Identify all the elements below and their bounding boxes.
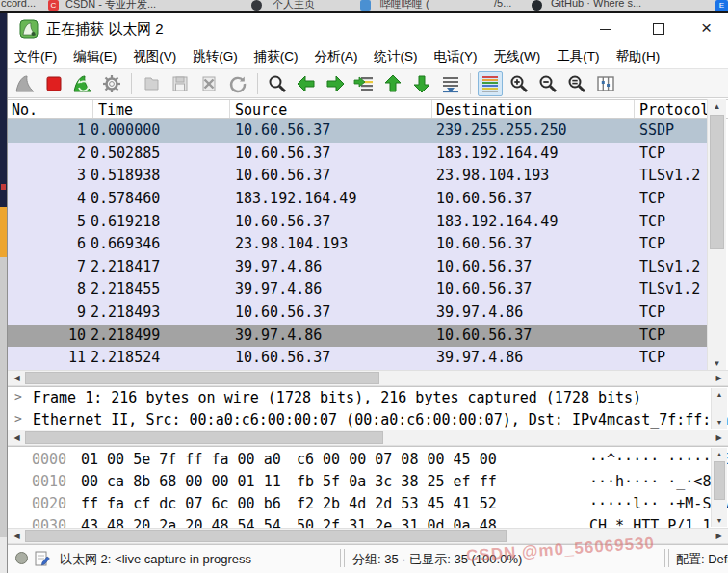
packet-row[interactable]: 7 2.218417 39.97.4.86 10.60.56.37 TLSv1.…: [8, 256, 707, 279]
menu-item[interactable]: 编辑(E): [73, 48, 117, 65]
expander-icon[interactable]: >: [14, 389, 22, 404]
close-file-icon[interactable]: [196, 71, 221, 96]
column-header-destination[interactable]: Destination: [436, 101, 532, 118]
scroll-right-arrow[interactable]: ▶: [712, 529, 726, 543]
browser-tab-fragment[interactable]: CSDN - 专业开发...: [65, 0, 156, 12]
restart-capture-icon[interactable]: [70, 71, 95, 96]
menu-item[interactable]: 无线(W): [494, 48, 541, 65]
scroll-down-arrow[interactable]: ▼: [708, 356, 726, 371]
hex-row[interactable]: 0010 00 ca 8b 68 00 00 01 11 fb 5f 0a 3c…: [8, 471, 728, 493]
go-to-top-icon[interactable]: [380, 71, 405, 96]
packet-row[interactable]: 3 0.518938 10.60.56.37 23.98.104.193 TLS…: [8, 165, 707, 188]
column-separator[interactable]: [92, 100, 93, 118]
scroll-thumb[interactable]: [710, 115, 724, 249]
scroll-thumb[interactable]: [714, 461, 725, 500]
column-header-no[interactable]: No.: [12, 101, 38, 118]
expert-info-icon[interactable]: [15, 552, 28, 564]
browser-tab-fragment[interactable]: 个人主页: [273, 0, 315, 12]
hex-ascii: ·····l·· ·+M-SEAR: [589, 493, 728, 515]
menu-item[interactable]: 统计(S): [375, 48, 418, 65]
menu-item[interactable]: 帮助(H): [615, 48, 660, 65]
scroll-down-arrow[interactable]: ▼: [712, 416, 727, 429]
scroll-left-arrow[interactable]: ◀: [10, 529, 24, 543]
go-to-bottom-icon[interactable]: [409, 71, 434, 96]
hex-hscrollbar[interactable]: ◀ ▶: [8, 528, 728, 544]
menu-item[interactable]: 视图(V): [133, 48, 176, 65]
scroll-down-arrow[interactable]: ▼: [712, 514, 727, 527]
auto-scroll-icon[interactable]: [438, 71, 463, 96]
profile-text[interactable]: 配置: Default: [676, 551, 728, 568]
find-packet-icon[interactable]: [265, 71, 290, 96]
menu-item[interactable]: 捕获(C): [254, 48, 299, 65]
packet-list-vscrollbar[interactable]: ▲ ▼: [707, 99, 726, 371]
column-separator[interactable]: [229, 100, 230, 118]
reload-file-icon[interactable]: [225, 71, 250, 96]
hex-row[interactable]: 0030 43 48 20 2a 20 48 54 54 50 2f 31 2e…: [8, 515, 728, 528]
scroll-thumb[interactable]: [25, 372, 379, 384]
stop-capture-icon[interactable]: [41, 71, 66, 96]
packet-row[interactable]: 1 0.000000 10.60.56.37 239.255.255.250 S…: [8, 119, 707, 143]
hex-row[interactable]: 0020 ff fa cf dc 07 6c 00 b6 f2 2b 4d 2d…: [8, 493, 728, 515]
go-to-packet-icon[interactable]: [351, 71, 377, 96]
open-file-icon[interactable]: [139, 71, 164, 96]
zoom-reset-icon[interactable]: [564, 71, 589, 96]
menu-item[interactable]: 分析(A): [315, 48, 358, 65]
packet-row[interactable]: 2 0.502885 10.60.56.37 183.192.164.49 TC…: [8, 143, 707, 166]
hex-vscrollbar[interactable]: ▲ ▼: [711, 448, 727, 527]
scroll-up-arrow[interactable]: ▲: [712, 388, 727, 401]
column-header-source[interactable]: Source: [235, 101, 287, 118]
detail-hscrollbar[interactable]: ◀ ▶: [8, 430, 728, 446]
save-file-icon[interactable]: [168, 71, 193, 96]
scroll-left-arrow[interactable]: ◀: [10, 371, 24, 385]
scroll-thumb[interactable]: [25, 530, 507, 542]
capture-options-icon[interactable]: [99, 71, 124, 96]
resize-columns-icon[interactable]: [593, 71, 618, 96]
browser-tab-fragment[interactable]: 哔哩哔哩 (: [380, 0, 429, 12]
go-back-icon[interactable]: [294, 71, 319, 96]
arrow-right-icon: [325, 73, 346, 94]
colorize-packets-button[interactable]: [478, 71, 503, 96]
magnifier-reset-icon: [566, 73, 587, 94]
packet-row[interactable]: 11 2.218524 10.60.56.37 39.97.4.86 TCP: [8, 347, 707, 370]
packet-list-hscrollbar[interactable]: ◀ ▶: [8, 370, 728, 386]
expander-icon[interactable]: >: [14, 411, 22, 426]
packet-row[interactable]: 9 2.218493 10.60.56.37 39.97.4.86 TCP: [8, 301, 707, 325]
start-capture-icon[interactable]: [13, 71, 38, 96]
detail-line-frame[interactable]: > Frame 1: 216 bytes on wire (1728 bits)…: [8, 389, 720, 410]
cell-time: 2.218499: [91, 325, 160, 348]
capture-comment-icon[interactable]: [35, 550, 50, 567]
detail-vscrollbar[interactable]: ▲ ▼: [711, 388, 727, 429]
minimize-button[interactable]: [582, 13, 628, 44]
packet-row[interactable]: 6 0.669346 23.98.104.193 10.60.56.37 TCP: [8, 233, 707, 256]
menu-item[interactable]: 工具(T): [557, 48, 599, 65]
close-button[interactable]: ×: [684, 13, 728, 44]
browser-tab-fragment[interactable]: ccord...: [1, 0, 36, 9]
hex-row[interactable]: 0000 01 00 5e 7f ff fa 00 a0 c6 00 00 07…: [8, 449, 728, 471]
packet-row[interactable]: 8 2.218455 39.97.4.86 10.60.56.37 TLSv1.…: [8, 278, 707, 301]
maximize-button[interactable]: [636, 13, 682, 44]
detail-line-ethernet[interactable]: > Ethernet II, Src: 00:a0:c6:00:00:07 (0…: [8, 411, 720, 430]
titlebar[interactable]: 正在捕获 以太网 2 ×: [8, 13, 728, 45]
browser-tab-fragment[interactable]: GitHub · Where s...: [551, 0, 641, 9]
packet-row[interactable]: 10 2.218499 39.97.4.86 10.60.56.37 TCP: [8, 325, 707, 348]
menu-item[interactable]: 电话(Y): [434, 48, 478, 65]
column-header-protocol[interactable]: Protocol: [639, 101, 709, 118]
column-separator[interactable]: [431, 100, 432, 118]
scroll-up-arrow[interactable]: ▲: [712, 448, 727, 460]
packet-row[interactable]: 5 0.619218 10.60.56.37 183.192.164.49 TC…: [8, 211, 707, 234]
packet-row[interactable]: 4 0.578460 183.192.164.49 10.60.56.37 TC…: [8, 188, 707, 211]
zoom-out-icon[interactable]: [535, 71, 560, 96]
go-forward-icon[interactable]: [323, 71, 348, 96]
browser-tab-fragment[interactable]: /5...: [494, 0, 511, 9]
column-header-time[interactable]: Time: [98, 101, 133, 118]
menu-item[interactable]: 文件(F): [14, 48, 57, 65]
zoom-in-icon[interactable]: [507, 71, 532, 96]
scroll-right-arrow[interactable]: ▶: [712, 430, 726, 445]
scroll-up-arrow[interactable]: ▲: [708, 99, 726, 114]
scroll-thumb[interactable]: [25, 431, 383, 444]
cell-destination: 239.255.255.250: [436, 119, 566, 143]
menu-item[interactable]: 跳转(G): [193, 48, 238, 65]
column-separator[interactable]: [634, 100, 635, 118]
scroll-right-arrow[interactable]: ▶: [712, 371, 726, 385]
scroll-left-arrow[interactable]: ◀: [10, 430, 24, 445]
